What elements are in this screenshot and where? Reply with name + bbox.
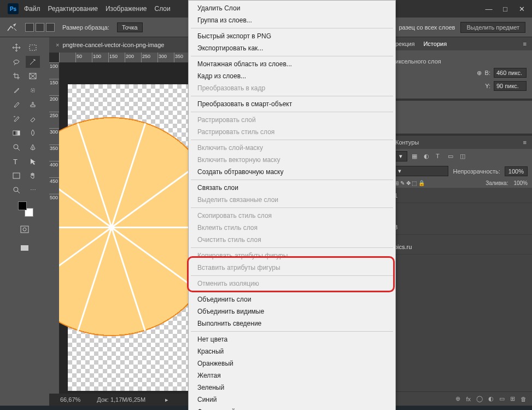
menu-layers[interactable]: Слои xyxy=(155,5,171,13)
menu-item[interactable]: Нет цвета xyxy=(189,333,395,345)
history-brush-tool[interactable] xyxy=(9,113,24,125)
eraser-tool[interactable] xyxy=(26,113,40,125)
menu-file[interactable]: Файл xyxy=(24,5,40,13)
sample-size-dropdown[interactable]: Точка xyxy=(117,22,143,32)
minimize-button[interactable]: — xyxy=(481,1,497,17)
fgbg-colors[interactable] xyxy=(18,201,33,217)
menu-item[interactable]: Выполнить сведение xyxy=(189,317,395,330)
maximize-button[interactable]: □ xyxy=(497,1,513,17)
right-panels: рекция История ≡ иксельного слоя ⊕ В: Y:… xyxy=(390,37,532,406)
fill-input[interactable]: 100% xyxy=(513,180,528,186)
menu-item[interactable]: Монтажная область из слоев... xyxy=(189,58,395,70)
link-layers-icon[interactable]: ⊕ xyxy=(455,395,460,402)
filter-pixel-icon[interactable]: ▦ xyxy=(412,153,419,160)
filter-type-icon[interactable]: T xyxy=(436,153,443,160)
blur-tool[interactable] xyxy=(26,127,40,139)
menu-item[interactable]: Удалить Слои xyxy=(189,2,395,14)
opacity-input[interactable]: 100% xyxy=(505,166,528,176)
brush-tool[interactable] xyxy=(9,99,24,111)
layer-row[interactable]: 1 xyxy=(390,188,532,203)
dodge-tool[interactable] xyxy=(9,141,24,153)
menu-item[interactable]: Создать обтравочную маску xyxy=(189,166,395,178)
menu-item[interactable]: Объединить видимые xyxy=(189,305,395,317)
move-tool[interactable] xyxy=(9,42,24,54)
document-tab-close[interactable]: × xyxy=(56,42,59,48)
lock-icons[interactable]: ⊞ ✎ ✥ ⬚ 🔒 xyxy=(394,180,425,186)
new-layer-icon[interactable]: ⊞ xyxy=(510,395,515,402)
sample-all-layers-label: разец со всех слоев xyxy=(399,24,455,31)
panel-menu-icon[interactable]: ≡ xyxy=(523,41,527,47)
menu-item[interactable]: Преобразовать в смарт-объект xyxy=(189,98,395,110)
zoom-tool[interactable] xyxy=(9,184,24,196)
magic-wand-tool[interactable] xyxy=(26,56,40,68)
hand-tool[interactable] xyxy=(26,170,40,182)
quick-mask-toggle[interactable] xyxy=(17,223,32,235)
opacity-label: Непрозрачность: xyxy=(453,168,500,175)
width-input[interactable] xyxy=(494,68,527,78)
lasso-tool[interactable] xyxy=(9,56,24,68)
heal-tool[interactable] xyxy=(26,84,40,96)
menu-item[interactable]: Фиолетовый xyxy=(189,406,395,410)
menu-edit[interactable]: Редактирование xyxy=(48,5,98,13)
marquee-tool[interactable] xyxy=(26,42,40,54)
sample-size-label: Размер образца: xyxy=(62,24,109,31)
menu-item[interactable]: Экспортировать как... xyxy=(189,42,395,54)
menu-item[interactable]: Желтая xyxy=(189,369,395,382)
path-select-tool[interactable] xyxy=(26,155,40,168)
pattern-swatch-1[interactable] xyxy=(36,23,44,32)
menu-item[interactable]: Объединить слои xyxy=(189,293,395,305)
zoom-level[interactable]: 66,67% xyxy=(60,396,80,403)
eyedropper-tool[interactable] xyxy=(9,84,24,96)
more-tools[interactable]: ⋯ xyxy=(26,184,40,196)
type-tool[interactable]: T xyxy=(9,155,24,168)
layers-panel-menu-icon[interactable]: ≡ xyxy=(523,139,527,146)
menu-item: Растрировать слой xyxy=(189,114,395,126)
crop-tool[interactable] xyxy=(9,70,24,82)
menu-item[interactable]: Синий xyxy=(189,394,395,406)
menu-item[interactable]: Связать слои xyxy=(189,182,395,194)
svg-rect-4 xyxy=(13,131,20,135)
pen-tool[interactable] xyxy=(26,141,40,153)
menu-item[interactable]: Кадр из слоев... xyxy=(189,70,395,82)
fg-swatch[interactable] xyxy=(25,23,34,32)
close-button[interactable]: ✕ xyxy=(513,1,530,17)
link-wh-icon[interactable]: ⊕ xyxy=(477,70,482,77)
tab-history[interactable]: История xyxy=(423,41,447,47)
group-icon[interactable]: ▭ xyxy=(499,395,505,402)
menu-item[interactable]: Оранжевый xyxy=(189,357,395,369)
trash-icon[interactable]: 🗑 xyxy=(521,396,527,402)
screen-mode-toggle[interactable] xyxy=(17,242,32,254)
blend-mode-dropdown[interactable]: ▾ xyxy=(394,166,448,176)
menu-image[interactable]: Изображение xyxy=(106,5,147,13)
layer-row[interactable]: 3 xyxy=(390,220,532,235)
layer-filter-dropdown[interactable]: ▾ xyxy=(394,151,407,161)
tab-paths[interactable]: Контуры xyxy=(395,139,419,146)
document-tab[interactable]: pngtree-cancel-vector-icon-png-image xyxy=(63,42,165,48)
stamp-tool[interactable] xyxy=(26,99,40,111)
shape-tool[interactable] xyxy=(9,170,24,182)
menu-item[interactable]: Красный xyxy=(189,345,395,357)
filter-smart-icon[interactable]: ◫ xyxy=(460,153,467,160)
y-input[interactable] xyxy=(494,81,527,91)
filter-shape-icon[interactable]: ▭ xyxy=(448,153,455,160)
menu-item: Скопировать стиль слоя xyxy=(189,210,395,222)
fg-color-swatch[interactable] xyxy=(18,201,27,210)
fx-icon[interactable]: fx xyxy=(466,396,471,402)
pattern-swatch-2[interactable] xyxy=(46,23,55,32)
layer-list: 1 3 pics.ru xyxy=(390,188,532,391)
frame-tool[interactable] xyxy=(26,70,40,82)
filter-adjust-icon[interactable]: ◐ xyxy=(424,153,431,160)
svg-point-3 xyxy=(32,90,33,91)
current-tool-icon[interactable] xyxy=(7,22,17,32)
menu-item[interactable]: Быстрый экспорт в PNG xyxy=(189,30,395,42)
svg-rect-0 xyxy=(30,45,36,50)
layers-tabs: Контуры ≡ xyxy=(390,136,532,149)
menu-item[interactable]: Группа из слоев... xyxy=(189,14,395,26)
select-subject-button[interactable]: Выделить предмет xyxy=(460,22,525,33)
mask-icon[interactable]: ◯ xyxy=(476,395,483,402)
tab-correction[interactable]: рекция xyxy=(395,41,414,47)
menu-item[interactable]: Зеленый xyxy=(189,382,395,394)
gradient-tool[interactable] xyxy=(9,127,24,139)
layer-row[interactable]: pics.ru xyxy=(390,239,532,255)
adjustment-icon[interactable]: ◐ xyxy=(488,395,494,402)
